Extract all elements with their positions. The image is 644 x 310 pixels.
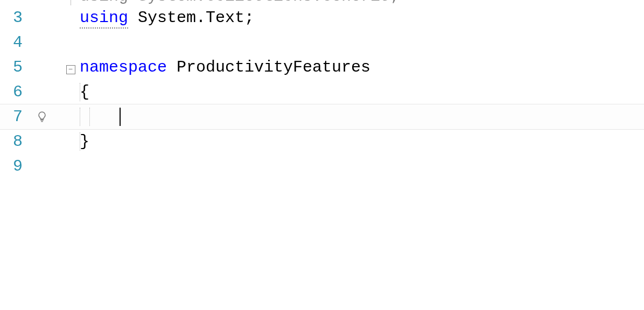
svg-rect-0 <box>40 119 44 121</box>
code-text[interactable] <box>76 108 644 126</box>
code-token: namespace <box>80 58 167 76</box>
change-bar <box>59 0 65 5</box>
gutter: 7 <box>0 108 50 126</box>
code-token: { <box>80 83 89 101</box>
gutter <box>0 0 50 5</box>
fold-column <box>65 0 76 5</box>
indent-guide <box>80 83 80 101</box>
change-bar <box>59 30 65 55</box>
gutter: 5 <box>0 58 50 76</box>
line-number: 6 <box>1 83 50 101</box>
change-bar <box>59 129 65 154</box>
code-token: using <box>80 9 128 29</box>
code-line[interactable]: 7 <box>0 104 644 129</box>
indent-guide <box>89 108 90 126</box>
indent-guide <box>80 108 80 126</box>
line-number: 3 <box>1 9 50 27</box>
code-text[interactable]: } <box>76 132 644 151</box>
code-line[interactable]: 8} <box>0 129 644 154</box>
code-text[interactable]: using System.Text; <box>76 9 644 27</box>
line-number: 8 <box>1 132 50 151</box>
code-token <box>80 108 118 126</box>
code-line[interactable]: 3using System.Text; <box>0 5 644 30</box>
code-line[interactable]: 9 <box>0 154 644 179</box>
gutter: 3 <box>0 9 50 27</box>
change-bar <box>59 55 65 80</box>
code-token: System.Text; <box>138 9 254 27</box>
code-editor[interactable]: using System.Collections.Generic; 3using… <box>0 0 644 310</box>
code-text[interactable]: { <box>76 83 644 101</box>
line-number: 9 <box>1 157 50 175</box>
change-bar <box>59 154 65 179</box>
code-token: ProductivityFeatures <box>177 58 370 76</box>
change-bar <box>59 5 65 30</box>
change-bar <box>59 80 65 104</box>
fold-minus-icon[interactable]: − <box>66 65 75 74</box>
line-number: 4 <box>1 33 50 52</box>
gutter: 9 <box>0 157 50 175</box>
code-line-partial: using System.Collections.Generic; <box>0 0 644 5</box>
code-text[interactable]: namespace ProductivityFeatures <box>76 58 644 76</box>
lightbulb-icon[interactable] <box>36 110 48 123</box>
svg-rect-1 <box>41 121 43 122</box>
code-line[interactable]: 5−namespace ProductivityFeatures <box>0 55 644 80</box>
code-line[interactable]: 6{ <box>0 80 644 104</box>
gutter: 8 <box>0 132 50 151</box>
gutter: 4 <box>0 33 50 52</box>
code-token <box>128 9 138 27</box>
code-token: } <box>80 132 89 151</box>
gutter: 6 <box>0 83 50 101</box>
code-line[interactable]: 4 <box>0 30 644 55</box>
code-text: using System.Collections.Generic; <box>76 0 644 5</box>
line-number: 5 <box>1 58 50 76</box>
text-caret <box>120 108 121 126</box>
indent-guide <box>80 132 80 151</box>
fold-column[interactable]: − <box>65 58 76 76</box>
code-token <box>167 58 177 76</box>
